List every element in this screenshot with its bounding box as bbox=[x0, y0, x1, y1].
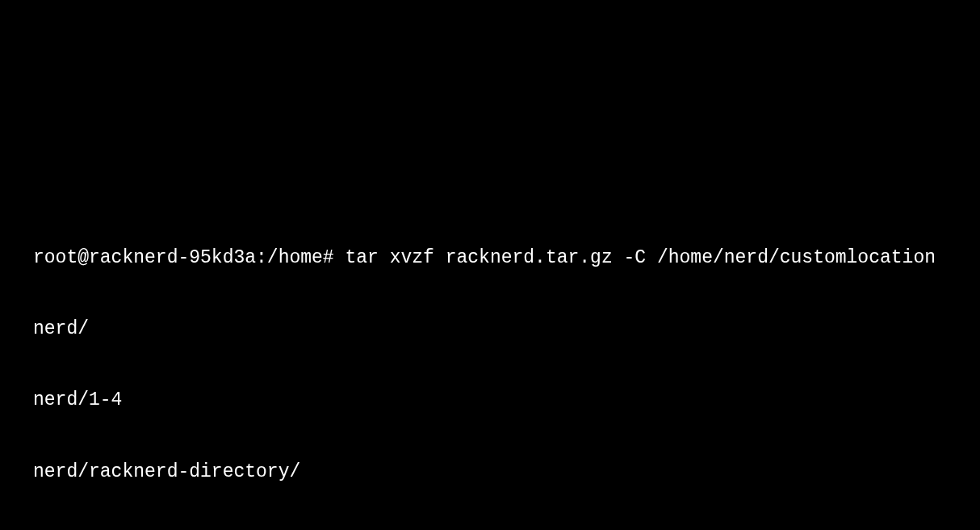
terminal-output-line: nerd/1-4 bbox=[33, 389, 980, 412]
terminal-output-line: nerd/racknerd-directory/ bbox=[33, 461, 980, 484]
terminal-output-line: nerd/ bbox=[33, 318, 980, 341]
terminal-output-line: root@racknerd-95kd3a:/home# tar xvzf rac… bbox=[33, 246, 980, 270]
terminal-window[interactable]: root@racknerd-95kd3a:/home# tar xvzf rac… bbox=[33, 199, 980, 530]
